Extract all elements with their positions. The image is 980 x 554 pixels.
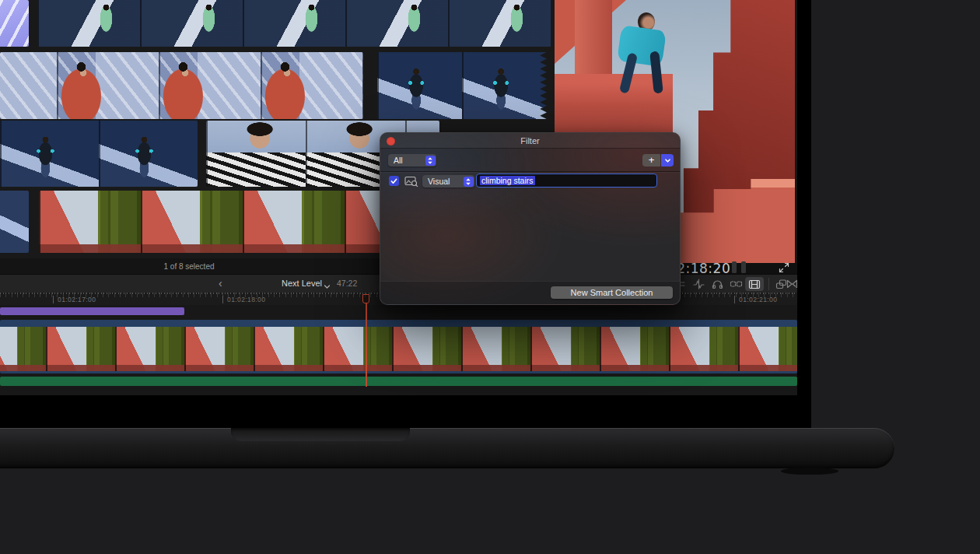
audio-meter-right[interactable]	[741, 261, 746, 273]
video-clip-filmstrip	[0, 327, 797, 371]
dialog-titlebar: Filter	[380, 133, 680, 149]
video-clip-top-bar	[0, 320, 797, 327]
transition-bowtie-icon[interactable]	[784, 277, 797, 291]
browser-clip-red-coat[interactable]	[0, 52, 363, 119]
add-rule-menu-button[interactable]	[661, 154, 674, 167]
connected-clips-icon[interactable]	[728, 277, 744, 291]
audio-skimming-icon[interactable]	[691, 277, 706, 291]
timeline-video-clip[interactable]	[0, 320, 797, 373]
ruler-label: 01:02:21:00	[734, 296, 777, 303]
project-name-chevron-icon[interactable]	[324, 279, 331, 293]
browser-clip-stairs-purple[interactable]	[0, 0, 29, 47]
rule-type-value: Visual	[428, 177, 450, 186]
solo-headphones-icon[interactable]	[709, 277, 725, 291]
browser-clip-floral-wide[interactable]	[0, 121, 198, 187]
timeline-pane	[0, 305, 797, 395]
add-rule-group: +	[642, 154, 674, 167]
video-clip-bottom-bar	[0, 371, 797, 373]
new-smart-collection-button[interactable]: New Smart Collection	[551, 286, 673, 299]
query-text-selected: climbing stairs	[480, 176, 535, 185]
ruler-label: 01:02:17:00	[53, 296, 96, 303]
laptop-base	[0, 428, 894, 468]
selection-status: 1 of 8 selected	[163, 262, 214, 271]
visual-rule-icon	[404, 176, 418, 190]
laptop-lid-scoop	[231, 428, 410, 441]
dialog-title: Filter	[380, 133, 680, 149]
timeline-title-clip[interactable]	[0, 307, 184, 315]
timeline-audio-clip[interactable]	[0, 377, 797, 386]
expand-viewer-icon[interactable]	[779, 262, 789, 273]
laptop-foot	[781, 468, 838, 475]
timeline-index-icon[interactable]	[745, 277, 764, 291]
scope-popup[interactable]: All	[388, 154, 436, 167]
browser-clip-floral-shirt[interactable]	[377, 52, 547, 119]
macbook-screen: 1 of 8 selected 01:02:18:20 ‹ Next Level…	[0, 0, 811, 428]
playhead-marker[interactable]	[362, 294, 369, 303]
playhead-line[interactable]	[366, 303, 367, 387]
back-button[interactable]: ‹	[219, 277, 222, 289]
ruler-label: 01:02:18:00	[222, 296, 265, 303]
toolbar-divider	[768, 278, 769, 290]
filter-dialog: Filter All + Visual	[380, 132, 681, 305]
audio-meter-left[interactable]	[732, 261, 737, 273]
dialog-footer: New Smart Collection	[380, 281, 680, 304]
rule-type-popup[interactable]: Visual	[422, 175, 474, 188]
browser-clip-green-dress[interactable]	[37, 0, 552, 47]
project-name[interactable]: Next Level	[282, 279, 322, 288]
query-field[interactable]: climbing stairs	[476, 174, 657, 188]
rule-checkbox[interactable]	[389, 176, 399, 186]
popup-stepper-icon	[425, 156, 436, 166]
viewer-person	[613, 12, 678, 93]
popup-stepper-icon	[464, 177, 474, 187]
project-duration: 47:22	[337, 279, 357, 288]
add-rule-button[interactable]: +	[642, 154, 660, 167]
browser-clip-blue-steps-partial[interactable]	[0, 191, 29, 253]
dialog-divider	[380, 171, 680, 172]
close-button[interactable]	[387, 137, 395, 146]
final-cut-pro-window: 1 of 8 selected 01:02:18:20 ‹ Next Level…	[0, 0, 797, 395]
scope-popup-value: All	[394, 156, 403, 165]
